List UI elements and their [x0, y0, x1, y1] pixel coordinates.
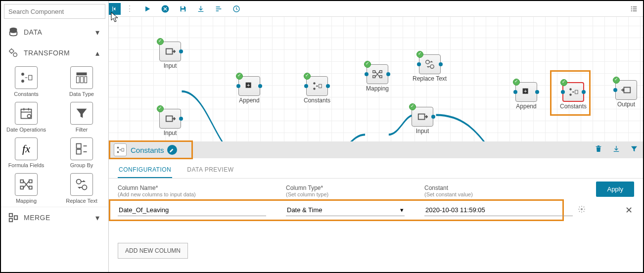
node-output[interactable]: Output [615, 80, 637, 108]
category-label: DATA [24, 28, 95, 36]
config-body: Apply Column Name*(Add new columns to in… [109, 179, 643, 265]
svg-rect-13 [77, 149, 81, 154]
svg-point-39 [314, 88, 316, 90]
svg-rect-23 [112, 6, 113, 11]
svg-rect-17 [29, 186, 32, 189]
palette-formula-fields[interactable]: fxFormula Fields [6, 137, 46, 168]
svg-rect-12 [77, 144, 81, 148]
svg-point-28 [631, 6, 632, 7]
column-name-input[interactable] [118, 204, 266, 216]
palette-group-by[interactable]: Group By [61, 137, 102, 168]
svg-point-2 [13, 53, 17, 56]
svg-rect-34 [166, 49, 173, 54]
svg-point-4 [22, 80, 24, 83]
column-name-label: Column Name* [118, 184, 266, 191]
node-append-1[interactable]: +Append [238, 76, 260, 104]
node-input-1[interactable]: Input [159, 42, 181, 69]
svg-rect-15 [20, 186, 23, 189]
svg-rect-8 [81, 77, 84, 83]
svg-point-18 [77, 180, 81, 184]
constant-label: Constant [424, 184, 573, 191]
svg-point-50 [570, 89, 572, 91]
palette-replace-text[interactable]: Replace Text [61, 173, 102, 204]
category-transform[interactable]: TRANSFORM ▴ [1, 43, 108, 63]
filter-config-button[interactable] [630, 145, 638, 155]
svg-rect-9 [85, 77, 87, 83]
svg-point-46 [430, 65, 433, 68]
svg-rect-31 [633, 6, 637, 7]
svg-rect-56 [122, 148, 124, 151]
svg-point-19 [82, 185, 87, 189]
node-constants-1[interactable]: Constants [304, 76, 330, 104]
palette-mapping[interactable]: Mapping [6, 173, 46, 204]
column-type-select[interactable]: Date & Time▾ [286, 204, 405, 216]
menu-list-icon[interactable] [625, 2, 643, 16]
node-constants-2[interactable]: Constants [560, 82, 587, 110]
category-data[interactable]: DATA ▾ [1, 22, 108, 43]
category-label: TRANSFORM [24, 49, 95, 57]
add-new-column-button[interactable]: ADD NEW COLUMN [118, 243, 188, 259]
more-icon[interactable]: ⋮ [121, 2, 138, 16]
svg-rect-10 [21, 109, 32, 119]
save-button[interactable] [174, 2, 192, 16]
svg-rect-20 [9, 214, 12, 217]
constant-value-input[interactable] [424, 204, 573, 216]
tab-data-preview[interactable]: DATA PREVIEW [186, 163, 234, 178]
stop-button[interactable] [156, 2, 174, 16]
palette-constants[interactable]: Constants [6, 66, 46, 97]
svg-rect-6 [77, 73, 87, 76]
svg-rect-16 [29, 180, 32, 183]
delete-button[interactable] [595, 145, 602, 155]
download-button[interactable] [192, 2, 210, 16]
svg-point-38 [314, 83, 316, 85]
svg-point-1 [10, 49, 13, 53]
collapse-sidebar-button[interactable] [109, 3, 121, 15]
svg-text:+: + [524, 88, 527, 94]
svg-rect-25 [182, 6, 184, 8]
tab-configuration[interactable]: CONFIGURATION [118, 163, 172, 178]
node-append-2[interactable]: +Append [515, 82, 537, 110]
svg-rect-14 [20, 180, 23, 183]
svg-rect-47 [418, 114, 425, 120]
transform-palette: Constants Data Type Date Operations Filt… [1, 63, 108, 207]
column-type-label: Column Type* [286, 184, 405, 191]
run-button[interactable] [138, 2, 156, 16]
config-title: Constants [131, 146, 164, 154]
svg-rect-5 [29, 75, 32, 80]
node-input-3[interactable]: Input [412, 107, 433, 135]
svg-rect-53 [624, 88, 630, 93]
svg-point-30 [631, 10, 632, 11]
svg-point-55 [117, 151, 119, 153]
chevron-down-icon: ▾ [95, 213, 101, 223]
svg-rect-40 [319, 84, 322, 88]
edit-icon[interactable] [167, 145, 177, 155]
remove-row-button[interactable]: ✕ [625, 205, 633, 216]
svg-point-45 [425, 60, 429, 64]
svg-point-3 [22, 73, 24, 76]
sidebar: DATA ▾ TRANSFORM ▴ Constants Data Type D… [1, 1, 109, 272]
svg-rect-44 [380, 76, 382, 78]
gear-icon[interactable] [578, 205, 586, 215]
svg-point-11 [27, 114, 31, 118]
svg-rect-41 [373, 71, 375, 73]
node-mapping[interactable]: Mapping [366, 64, 389, 92]
search-input[interactable] [4, 4, 105, 19]
node-input-2[interactable]: Input [159, 109, 181, 136]
list-button[interactable] [210, 2, 228, 16]
svg-text:+: + [247, 82, 250, 88]
history-button[interactable] [228, 2, 245, 16]
category-merge[interactable]: MERGE ▾ [1, 207, 108, 228]
palette-data-type[interactable]: Data Type [61, 66, 102, 97]
config-tabs: CONFIGURATION DATA PREVIEW [109, 158, 643, 179]
apply-button[interactable]: Apply [596, 182, 634, 197]
palette-filter[interactable]: Filter [61, 102, 102, 133]
download-config-button[interactable] [612, 145, 620, 155]
palette-date-operations[interactable]: Date Operations [6, 102, 46, 133]
merge-icon [8, 212, 19, 223]
chevron-down-icon: ▾ [400, 206, 404, 214]
search-component [4, 4, 105, 19]
category-label: MERGE [24, 214, 95, 222]
chevron-up-icon: ▴ [95, 48, 101, 58]
node-replace-text[interactable]: Replace Text [413, 54, 447, 82]
svg-point-29 [631, 8, 632, 9]
